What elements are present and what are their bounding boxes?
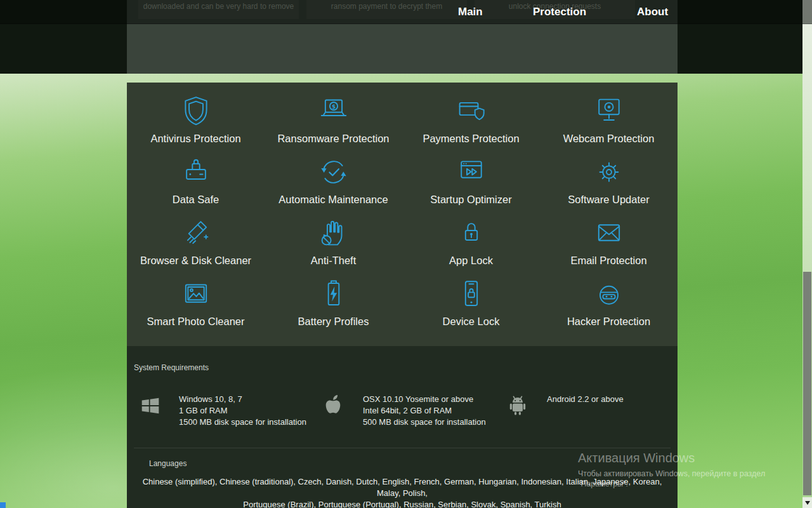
feature-label: Antivirus Protection (150, 133, 240, 145)
feature-label: Automatic Maintenance (278, 194, 388, 206)
requirement-line: OSX 10.10 Yosemite or above (363, 394, 486, 405)
battery-icon (316, 276, 351, 312)
feature-anti-theft: Anti-Theft (265, 215, 402, 276)
feature-software-updater: Software Updater (540, 154, 678, 215)
envelope-icon (591, 215, 627, 251)
feature-label: App Lock (449, 255, 493, 267)
photo-icon (178, 276, 214, 312)
cleaner-brush-icon (178, 215, 214, 251)
top-navbar: Main Protection About (0, 0, 812, 24)
feature-label: Ransomware Protection (277, 133, 389, 145)
requirement-line: Android 2.2 or above (547, 394, 624, 405)
feature-label: Hacker Protection (567, 316, 650, 328)
feature-hacker-protection: Hacker Protection (540, 276, 678, 337)
feature-label: Webcam Protection (563, 133, 655, 145)
scrollbar-thumb[interactable] (803, 272, 811, 495)
platform-windows-requirements: Windows 10, 8, 7 1 GB of RAM 1500 MB dis… (179, 394, 306, 428)
feature-label: Smart Photo Cleaner (147, 316, 244, 328)
feature-startup-optimizer: Startup Optimizer (402, 154, 540, 215)
feature-payments-protection: Payments Protection (402, 93, 540, 154)
apple-logo-icon (323, 392, 343, 417)
requirement-line: Windows 10, 8, 7 (179, 394, 306, 405)
nav-item-protection[interactable]: Protection (533, 6, 586, 18)
languages-line: Portuguese (Brazil), Portuguese (Portuga… (134, 499, 671, 508)
drive-lock-icon (178, 154, 214, 190)
refresh-check-icon (316, 154, 351, 190)
requirement-line: 1500 MB disk space for installation (179, 417, 306, 428)
feature-antivirus-protection: Antivirus Protection (127, 93, 265, 154)
padlock-icon (454, 215, 489, 251)
languages-list: Chinese (simplified), Chinese (tradition… (134, 476, 671, 508)
hacker-mask-icon (591, 276, 627, 312)
feature-label: Payments Protection (422, 133, 519, 145)
scrollbar[interactable] (802, 0, 812, 508)
scrollbar-down-button[interactable] (802, 497, 812, 508)
platforms-row: Windows 10, 8, 7 1 GB of RAM 1500 MB dis… (127, 394, 678, 444)
requirement-line: 500 MB disk space for installation (363, 417, 486, 428)
languages-line: Chinese (simplified), Chinese (tradition… (134, 476, 671, 499)
android-logo-icon (506, 395, 530, 415)
scroll-down-icon (805, 501, 810, 505)
system-requirements-title: System Requirements (134, 363, 209, 372)
gear-icon (591, 154, 627, 190)
system-requirements-section: System Requirements Windows 10, 8, 7 1 G… (127, 346, 678, 508)
nav-item-about[interactable]: About (637, 6, 668, 18)
feature-smart-photo-cleaner: Smart Photo Cleaner (127, 276, 265, 337)
platform-android-requirements: Android 2.2 or above (547, 394, 624, 405)
feature-email-protection: Email Protection (540, 215, 678, 276)
laptop-dollar-icon: $ (316, 93, 351, 129)
requirement-line: 1 GB of RAM (179, 405, 306, 417)
requirement-line: Intel 64bit, 2 GB of RAM (363, 405, 486, 417)
feature-data-safe: Data Safe (127, 154, 265, 215)
feature-app-lock: App Lock (402, 215, 540, 276)
card-shield-icon (454, 93, 489, 129)
feature-browser-disk-cleaner: Browser & Disk Cleaner (127, 215, 265, 276)
webcam-icon (591, 93, 627, 129)
window-forward-icon (454, 154, 489, 190)
feature-automatic-maintenance: Automatic Maintenance (265, 154, 402, 215)
feature-label: Battery Profiles (298, 316, 369, 328)
phone-lock-icon (454, 276, 489, 312)
shield-icon (178, 93, 214, 129)
windows-logo-icon (139, 396, 162, 416)
feature-label: Browser & Disk Cleaner (140, 255, 251, 267)
feature-label: Startup Optimizer (430, 194, 511, 206)
languages-block: Languages Chinese (simplified), Chinese … (134, 448, 671, 448)
languages-title: Languages (149, 459, 187, 468)
feature-device-lock: Device Lock (402, 276, 540, 337)
feature-label: Data Safe (173, 194, 219, 206)
feature-label: Email Protection (570, 255, 646, 267)
stop-hand-icon (316, 215, 351, 251)
platform-mac-requirements: OSX 10.10 Yosemite or above Intel 64bit,… (363, 394, 486, 428)
corner-accent (0, 502, 6, 508)
features-panel: Antivirus Protection $ Ransomware Protec… (127, 83, 678, 346)
feature-webcam-protection: Webcam Protection (540, 93, 678, 154)
svg-text:$: $ (331, 104, 335, 110)
feature-label: Software Updater (568, 194, 649, 206)
feature-label: Device Lock (443, 316, 500, 328)
feature-battery-profiles: Battery Profiles (265, 276, 402, 337)
feature-label: Anti-Theft (311, 255, 357, 267)
nav-item-main[interactable]: Main (458, 6, 483, 18)
feature-ransomware-protection: $ Ransomware Protection (265, 93, 402, 154)
